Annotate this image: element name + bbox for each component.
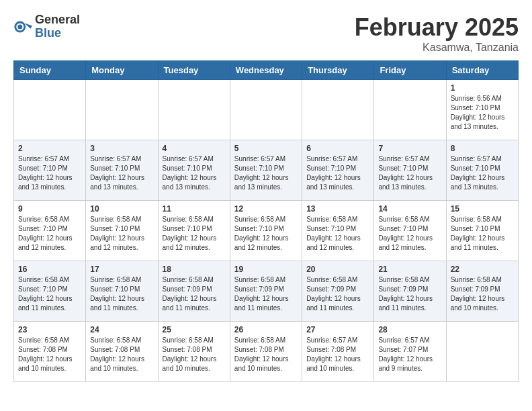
day-info: Sunrise: 6:58 AM Sunset: 7:09 PM Dayligh… xyxy=(163,275,226,313)
day-info: Sunrise: 6:58 AM Sunset: 7:10 PM Dayligh… xyxy=(378,215,441,253)
logo-blue: Blue xyxy=(35,27,80,40)
day-number: 19 xyxy=(234,265,298,274)
calendar-cell xyxy=(302,80,374,140)
svg-point-2 xyxy=(17,24,22,29)
day-info: Sunrise: 6:57 AM Sunset: 7:10 PM Dayligh… xyxy=(451,154,514,192)
day-info: Sunrise: 6:58 AM Sunset: 7:10 PM Dayligh… xyxy=(18,215,81,253)
day-number: 12 xyxy=(234,204,298,214)
day-info: Sunrise: 6:58 AM Sunset: 7:10 PM Dayligh… xyxy=(163,215,226,253)
day-info: Sunrise: 6:58 AM Sunset: 7:10 PM Dayligh… xyxy=(234,215,298,253)
day-info: Sunrise: 6:58 AM Sunset: 7:09 PM Dayligh… xyxy=(451,275,514,313)
day-info: Sunrise: 6:58 AM Sunset: 7:09 PM Dayligh… xyxy=(378,275,441,313)
title-area: February 2025 Kasamwa, Tanzania xyxy=(355,13,519,54)
logo-general: General xyxy=(35,13,80,27)
day-info: Sunrise: 6:58 AM Sunset: 7:08 PM Dayligh… xyxy=(90,336,153,373)
day-info: Sunrise: 6:58 AM Sunset: 7:08 PM Dayligh… xyxy=(234,336,298,373)
month-year-title: February 2025 xyxy=(355,13,519,42)
calendar-week-row: 1Sunrise: 6:56 AM Sunset: 7:10 PM Daylig… xyxy=(14,80,519,140)
day-info: Sunrise: 6:58 AM Sunset: 7:10 PM Dayligh… xyxy=(451,215,514,253)
calendar-cell: 20Sunrise: 6:58 AM Sunset: 7:09 PM Dayli… xyxy=(302,261,374,322)
calendar-cell: 16Sunrise: 6:58 AM Sunset: 7:10 PM Dayli… xyxy=(14,261,86,322)
calendar-cell: 6Sunrise: 6:57 AM Sunset: 7:10 PM Daylig… xyxy=(302,140,374,201)
calendar-cell: 3Sunrise: 6:57 AM Sunset: 7:10 PM Daylig… xyxy=(86,140,158,201)
col-header-tuesday: Tuesday xyxy=(158,61,230,80)
day-number: 20 xyxy=(306,265,369,274)
day-number: 23 xyxy=(18,325,81,334)
day-info: Sunrise: 6:56 AM Sunset: 7:10 PM Dayligh… xyxy=(451,94,514,132)
day-number: 11 xyxy=(163,204,226,214)
day-info: Sunrise: 6:58 AM Sunset: 7:10 PM Dayligh… xyxy=(90,275,153,313)
calendar-cell: 27Sunrise: 6:57 AM Sunset: 7:08 PM Dayli… xyxy=(302,322,374,382)
day-info: Sunrise: 6:57 AM Sunset: 7:10 PM Dayligh… xyxy=(234,154,298,192)
calendar-cell: 5Sunrise: 6:57 AM Sunset: 7:10 PM Daylig… xyxy=(230,140,302,201)
day-info: Sunrise: 6:58 AM Sunset: 7:08 PM Dayligh… xyxy=(18,336,81,373)
day-info: Sunrise: 6:58 AM Sunset: 7:09 PM Dayligh… xyxy=(234,275,298,313)
day-info: Sunrise: 6:57 AM Sunset: 7:10 PM Dayligh… xyxy=(378,154,441,192)
day-info: Sunrise: 6:58 AM Sunset: 7:10 PM Dayligh… xyxy=(90,215,153,253)
logo: General Blue xyxy=(13,13,80,40)
calendar-cell: 25Sunrise: 6:58 AM Sunset: 7:08 PM Dayli… xyxy=(158,322,230,382)
svg-marker-3 xyxy=(25,23,32,28)
day-number: 1 xyxy=(451,83,514,93)
calendar-cell: 1Sunrise: 6:56 AM Sunset: 7:10 PM Daylig… xyxy=(446,80,518,140)
day-number: 16 xyxy=(18,265,81,274)
calendar-cell: 14Sunrise: 6:58 AM Sunset: 7:10 PM Dayli… xyxy=(374,201,446,261)
day-number: 7 xyxy=(378,144,441,153)
day-number: 4 xyxy=(163,144,226,153)
day-number: 25 xyxy=(163,325,226,334)
calendar-cell: 26Sunrise: 6:58 AM Sunset: 7:08 PM Dayli… xyxy=(230,322,302,382)
calendar-cell xyxy=(446,322,518,382)
location-subtitle: Kasamwa, Tanzania xyxy=(355,42,519,54)
day-info: Sunrise: 6:57 AM Sunset: 7:10 PM Dayligh… xyxy=(163,154,226,192)
calendar-week-row: 2Sunrise: 6:57 AM Sunset: 7:10 PM Daylig… xyxy=(14,140,519,201)
calendar-cell: 11Sunrise: 6:58 AM Sunset: 7:10 PM Dayli… xyxy=(158,201,230,261)
calendar-week-row: 16Sunrise: 6:58 AM Sunset: 7:10 PM Dayli… xyxy=(14,261,519,322)
calendar-cell: 24Sunrise: 6:58 AM Sunset: 7:08 PM Dayli… xyxy=(86,322,158,382)
calendar-cell xyxy=(230,80,302,140)
calendar-cell: 8Sunrise: 6:57 AM Sunset: 7:10 PM Daylig… xyxy=(446,140,518,201)
day-info: Sunrise: 6:58 AM Sunset: 7:09 PM Dayligh… xyxy=(306,275,369,313)
day-info: Sunrise: 6:57 AM Sunset: 7:10 PM Dayligh… xyxy=(90,154,153,192)
calendar-cell: 2Sunrise: 6:57 AM Sunset: 7:10 PM Daylig… xyxy=(14,140,86,201)
calendar-week-row: 23Sunrise: 6:58 AM Sunset: 7:08 PM Dayli… xyxy=(14,322,519,382)
col-header-wednesday: Wednesday xyxy=(230,61,302,80)
calendar-cell: 12Sunrise: 6:58 AM Sunset: 7:10 PM Dayli… xyxy=(230,201,302,261)
calendar-cell: 9Sunrise: 6:58 AM Sunset: 7:10 PM Daylig… xyxy=(14,201,86,261)
day-number: 24 xyxy=(90,325,153,334)
calendar-cell: 15Sunrise: 6:58 AM Sunset: 7:10 PM Dayli… xyxy=(446,201,518,261)
col-header-thursday: Thursday xyxy=(302,61,374,80)
day-number: 5 xyxy=(234,144,298,153)
day-number: 27 xyxy=(306,325,369,334)
day-number: 6 xyxy=(306,144,369,153)
day-number: 3 xyxy=(90,144,153,153)
calendar-cell xyxy=(14,80,86,140)
calendar-cell: 28Sunrise: 6:57 AM Sunset: 7:07 PM Dayli… xyxy=(374,322,446,382)
day-number: 26 xyxy=(234,325,298,334)
calendar-cell: 10Sunrise: 6:58 AM Sunset: 7:10 PM Dayli… xyxy=(86,201,158,261)
logo-text: General Blue xyxy=(35,13,80,40)
day-info: Sunrise: 6:58 AM Sunset: 7:10 PM Dayligh… xyxy=(306,215,369,253)
col-header-monday: Monday xyxy=(86,61,158,80)
calendar-cell xyxy=(374,80,446,140)
calendar-cell: 21Sunrise: 6:58 AM Sunset: 7:09 PM Dayli… xyxy=(374,261,446,322)
col-header-friday: Friday xyxy=(374,61,446,80)
day-number: 2 xyxy=(18,144,81,153)
calendar-cell: 23Sunrise: 6:58 AM Sunset: 7:08 PM Dayli… xyxy=(14,322,86,382)
calendar-cell: 19Sunrise: 6:58 AM Sunset: 7:09 PM Dayli… xyxy=(230,261,302,322)
day-info: Sunrise: 6:57 AM Sunset: 7:08 PM Dayligh… xyxy=(306,336,369,373)
day-number: 22 xyxy=(451,265,514,274)
day-number: 13 xyxy=(306,204,369,214)
calendar-cell: 18Sunrise: 6:58 AM Sunset: 7:09 PM Dayli… xyxy=(158,261,230,322)
day-number: 18 xyxy=(163,265,226,274)
calendar-table: SundayMondayTuesdayWednesdayThursdayFrid… xyxy=(13,60,519,382)
calendar-cell: 17Sunrise: 6:58 AM Sunset: 7:10 PM Dayli… xyxy=(86,261,158,322)
day-number: 14 xyxy=(378,204,441,214)
calendar-cell: 4Sunrise: 6:57 AM Sunset: 7:10 PM Daylig… xyxy=(158,140,230,201)
page-header: General Blue February 2025 Kasamwa, Tanz… xyxy=(13,13,519,54)
calendar-cell: 13Sunrise: 6:58 AM Sunset: 7:10 PM Dayli… xyxy=(302,201,374,261)
day-number: 17 xyxy=(90,265,153,274)
calendar-cell xyxy=(158,80,230,140)
day-number: 8 xyxy=(451,144,514,153)
day-number: 10 xyxy=(90,204,153,214)
day-info: Sunrise: 6:57 AM Sunset: 7:10 PM Dayligh… xyxy=(18,154,81,192)
